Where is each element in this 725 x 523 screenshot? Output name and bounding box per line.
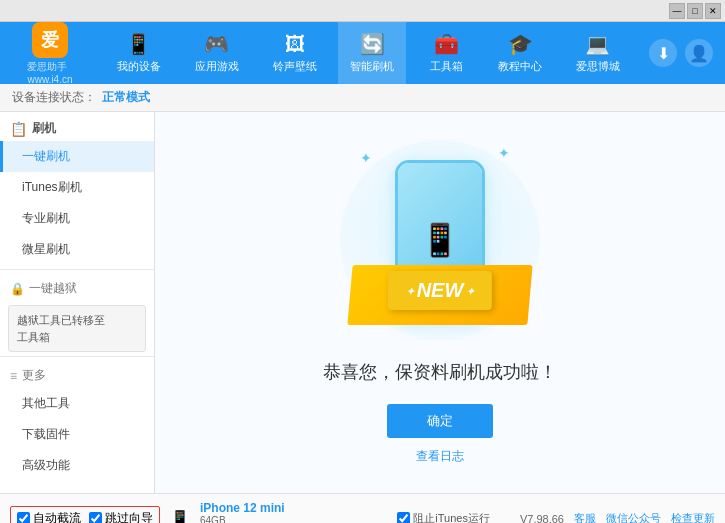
skip-guide-checkbox[interactable]: 跳过向导 [89, 510, 153, 523]
nav-tutorial[interactable]: 🎓 教程中心 [486, 22, 554, 84]
logo-text: 爱思助手 www.i4.cn [27, 60, 72, 85]
device-name: iPhone 12 mini [200, 501, 285, 515]
sidebar-item-other-tools[interactable]: 其他工具 [0, 388, 154, 419]
logo-icon: 爱 [32, 22, 68, 58]
auto-limit-input[interactable] [17, 512, 30, 523]
success-illustration: ✦ ✦ ✦ 📱 NEW [340, 140, 540, 340]
more-section-icon: ≡ [10, 369, 17, 383]
store-icon: 💻 [585, 32, 610, 56]
new-badge: NEW [388, 271, 492, 310]
sidebar-item-pro-flash[interactable]: 专业刷机 [0, 203, 154, 234]
smart-flash-icon: 🔄 [360, 32, 385, 56]
sidebar-section-flash: 📋 刷机 [0, 112, 154, 141]
main-content: 📋 刷机 一键刷机 iTunes刷机 专业刷机 微星刷机 🔒 一键越狱 越狱工具… [0, 112, 725, 493]
auto-limit-checkbox[interactable]: 自动截流 [17, 510, 81, 523]
version-text: V7.98.66 [520, 513, 564, 524]
minimize-btn[interactable]: — [669, 3, 685, 19]
device-info-area: 📱 iPhone 12 mini 64GB Down-12mini-13,1 [170, 501, 285, 524]
skip-guide-input[interactable] [89, 512, 102, 523]
sidebar: 📋 刷机 一键刷机 iTunes刷机 专业刷机 微星刷机 🔒 一键越狱 越狱工具… [0, 112, 155, 493]
block-itunes-input[interactable] [397, 512, 410, 523]
sidebar-divider-1 [0, 269, 154, 270]
status-value: 正常模式 [102, 89, 150, 106]
device-storage: 64GB [200, 515, 285, 524]
wechat-link[interactable]: 微信公众号 [606, 511, 661, 523]
nav-toolbox[interactable]: 🧰 工具箱 [416, 22, 476, 84]
customer-service-link[interactable]: 客服 [574, 511, 596, 523]
toolbox-icon: 🧰 [434, 32, 459, 56]
nav-my-device[interactable]: 📱 我的设备 [105, 22, 173, 84]
sidebar-section-more: ≡ 更多 [0, 361, 154, 388]
status-bar: 设备连接状态： 正常模式 [0, 84, 725, 112]
window-controls[interactable]: — □ ✕ [669, 3, 721, 19]
sparkle-2: ✦ [498, 145, 510, 161]
close-btn[interactable]: ✕ [705, 3, 721, 19]
sidebar-item-one-key-flash[interactable]: 一键刷机 [0, 141, 154, 172]
sidebar-item-advanced[interactable]: 高级功能 [0, 450, 154, 481]
nav-store[interactable]: 💻 爱思博城 [564, 22, 632, 84]
download-btn[interactable]: ⬇ [649, 39, 677, 67]
header-right: ⬇ 👤 [637, 39, 725, 67]
jailbreak-notice: 越狱工具已转移至工具箱 [8, 305, 146, 352]
block-itunes-checkbox[interactable]: 阻止iTunes运行 [397, 511, 490, 523]
check-update-link[interactable]: 检查更新 [671, 511, 715, 523]
phone-screen-icon: 📱 [420, 221, 460, 259]
maximize-btn[interactable]: □ [687, 3, 703, 19]
checkbox-group: 自动截流 跳过向导 [10, 506, 160, 523]
bottom-bar: 自动截流 跳过向导 📱 iPhone 12 mini 64GB Down-12m… [0, 493, 725, 523]
title-bar: — □ ✕ [0, 0, 725, 22]
apps-icon: 🎮 [204, 32, 229, 56]
confirm-button[interactable]: 确定 [387, 404, 493, 438]
lock-icon: 🔒 [10, 282, 25, 296]
flash-section-icon: 📋 [10, 121, 27, 137]
device-icon: 📱 [170, 509, 190, 523]
nav-apps-games[interactable]: 🎮 应用游戏 [183, 22, 251, 84]
content-area: ✦ ✦ ✦ 📱 NEW 恭喜您，保资料刷机成功啦！ 确定 查看日志 [155, 112, 725, 493]
nav-items: 📱 我的设备 🎮 应用游戏 🖼 铃声壁纸 🔄 智能刷机 🧰 工具箱 🎓 教程中心… [100, 22, 637, 84]
device-info: iPhone 12 mini 64GB Down-12mini-13,1 [200, 501, 285, 524]
sidebar-item-download-firmware[interactable]: 下载固件 [0, 419, 154, 450]
status-label: 设备连接状态： [12, 89, 96, 106]
sidebar-item-save-flash[interactable]: 微星刷机 [0, 234, 154, 265]
sidebar-item-itunes-flash[interactable]: iTunes刷机 [0, 172, 154, 203]
sidebar-divider-2 [0, 356, 154, 357]
nav-smart-flash[interactable]: 🔄 智能刷机 [338, 22, 406, 84]
history-link[interactable]: 查看日志 [416, 448, 464, 465]
success-text: 恭喜您，保资料刷机成功啦！ [323, 360, 557, 384]
sparkle-1: ✦ [360, 150, 372, 166]
nav-wallpaper[interactable]: 🖼 铃声壁纸 [261, 22, 329, 84]
wallpaper-icon: 🖼 [285, 33, 305, 56]
my-device-icon: 📱 [126, 32, 151, 56]
user-btn[interactable]: 👤 [685, 39, 713, 67]
tutorial-icon: 🎓 [508, 32, 533, 56]
logo-area: 爱 爱思助手 www.i4.cn [0, 22, 100, 85]
header: 爱 爱思助手 www.i4.cn 📱 我的设备 🎮 应用游戏 🖼 铃声壁纸 🔄 … [0, 22, 725, 84]
sidebar-jailbreak-header: 🔒 一键越狱 [0, 274, 154, 301]
